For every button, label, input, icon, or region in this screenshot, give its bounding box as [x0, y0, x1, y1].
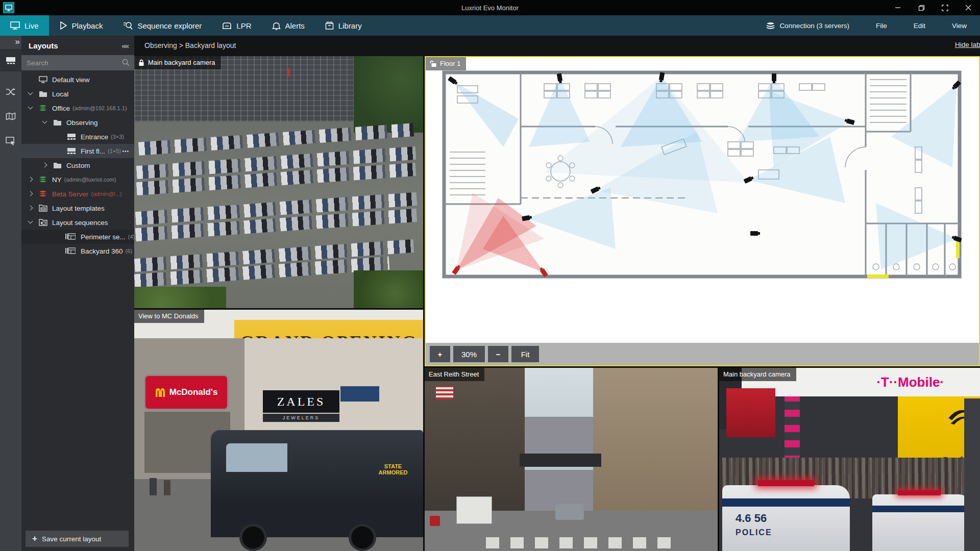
truck-windshield	[226, 443, 287, 472]
chevron-right-icon[interactable]	[28, 191, 33, 196]
expand-rail-icon[interactable]: »	[15, 37, 19, 47]
camera-tile-main-backyard-1[interactable]: Main backyard camera	[134, 56, 423, 308]
row-more-menu[interactable]: •••	[122, 148, 129, 154]
pedestrian	[164, 480, 170, 495]
edit-menu-label: Edit	[914, 22, 925, 30]
tree-item-default-view[interactable]: Default view	[21, 72, 134, 87]
police-car-1: 4.6 56 POLICE	[722, 485, 850, 551]
chevron-down-icon[interactable]	[28, 90, 33, 95]
zoom-in-button[interactable]: +	[430, 346, 450, 362]
minimize-button[interactable]	[886, 0, 910, 15]
tree-item-office-server[interactable]: Office (admin@192.168.1.1)	[21, 101, 134, 115]
rail-devices-button[interactable]	[0, 130, 21, 152]
chevron-down-icon[interactable]	[28, 105, 33, 110]
edit-menu[interactable]: Edit	[900, 15, 939, 36]
tree-item-local[interactable]: Local	[21, 87, 134, 101]
rail-layouts-button[interactable]	[0, 49, 21, 71]
zoom-out-button[interactable]: −	[488, 346, 508, 362]
tree-item-custom[interactable]: Custom	[21, 158, 134, 172]
mc-blue-sign	[340, 386, 379, 402]
tab-playback-label: Playback	[72, 21, 103, 30]
tree-item-layout-sequences[interactable]: Layout sequences	[21, 215, 134, 230]
luxriot-evo-monitor-window: Luxriot Evo Monitor Live Playback Sequen…	[0, 0, 980, 551]
layout-templates-icon	[39, 205, 47, 213]
shuffle-icon	[6, 88, 16, 96]
camera-label-chip: View to MC Donalds	[134, 310, 204, 323]
tab-sequence-explorer[interactable]: Sequence explorer	[113, 15, 212, 36]
tree-item-perimeter-sequence[interactable]: Perimeter se... (4)	[21, 230, 134, 244]
breadcrumb: Observing > Backyard layout	[144, 41, 236, 49]
tab-live[interactable]: Live	[0, 15, 49, 36]
layouts-panel: Layouts «« Search Default view Local	[21, 36, 134, 551]
tree-item-layout-templates[interactable]: Layout templates	[21, 201, 134, 215]
tree-item-beta-server[interactable]: Beta Server (admin@l...)	[21, 187, 134, 201]
folder-icon	[53, 162, 62, 170]
file-menu[interactable]: File	[863, 15, 900, 36]
tab-lpr[interactable]: LPR	[212, 15, 261, 36]
chevron-right-icon[interactable]	[42, 163, 47, 168]
server-stack-icon-green	[38, 104, 47, 113]
layouts-panel-title: Layouts	[29, 41, 58, 50]
hide-labels-link[interactable]: Hide labels	[955, 41, 980, 48]
zoom-level-button[interactable]: 30%	[453, 346, 485, 362]
tree-item-ny-server[interactable]: NY (admin@luxriot.com)	[21, 172, 134, 187]
restore-button[interactable]	[910, 0, 933, 15]
tree-item-first-floor[interactable]: First fl... (1+5) •••	[21, 144, 134, 158]
tree-item-observing[interactable]: Observing	[21, 115, 134, 130]
camera-tile-mcdonalds[interactable]: GRAND OPENING U N I Q U E McDonald's ZAL…	[134, 310, 423, 551]
floor-plan-tile[interactable]: Floor 1 + 30% − Fit	[425, 56, 980, 366]
left-icon-rail: »	[0, 36, 21, 551]
tab-alerts-label: Alerts	[285, 21, 305, 30]
er-truck	[456, 496, 492, 524]
tab-playback[interactable]: Playback	[49, 15, 113, 36]
floor-plan-label-chip: Floor 1	[426, 57, 466, 70]
view-menu-label: View	[952, 22, 967, 30]
police-lightbar	[898, 490, 941, 495]
layout-grid-icon	[67, 148, 76, 156]
camera-tile-main-backyard-2[interactable]: ·T··Mobile· Sprint 4.6 56 POLICE Main ba…	[719, 368, 980, 551]
view-menu[interactable]: View	[939, 15, 980, 36]
chevron-down-icon[interactable]	[28, 219, 33, 224]
truck-wheel	[349, 524, 376, 551]
tab-library[interactable]: Library	[315, 15, 372, 36]
connection-menu[interactable]: Connection (3 servers)	[752, 15, 863, 36]
chevron-down-icon[interactable]	[42, 119, 47, 124]
police-stripe	[872, 506, 969, 512]
search-placeholder: Search	[21, 59, 48, 67]
parking-trees-bottom-right	[354, 270, 423, 308]
save-current-layout-button[interactable]: + Save current layout	[26, 531, 129, 547]
er-car	[555, 504, 584, 520]
fullscreen-button[interactable]	[933, 0, 957, 15]
red-flag	[287, 68, 290, 77]
sequence-search-icon	[123, 21, 133, 30]
zales-sign: ZALES	[263, 390, 339, 413]
rail-sequences-button[interactable]	[0, 81, 21, 103]
fit-button[interactable]: Fit	[511, 346, 539, 362]
server-stack-icon-red	[38, 190, 47, 199]
rail-maps-button[interactable]	[0, 105, 21, 128]
chevron-right-icon[interactable]	[28, 206, 33, 211]
connection-menu-label: Connection (3 servers)	[779, 22, 849, 30]
search-box[interactable]: Search	[21, 55, 134, 70]
chevron-right-icon[interactable]	[28, 177, 33, 182]
tab-lpr-label: LPR	[236, 21, 251, 30]
tree-item-backyard-360[interactable]: Backyard 360 (6)	[21, 244, 134, 258]
er-crosswalk	[486, 537, 680, 548]
nav-right-menus: Connection (3 servers) File Edit View	[752, 15, 980, 36]
server-stack-icon-green	[38, 176, 47, 185]
camera-tile-east-reith-street[interactable]: East Reith Street	[425, 368, 718, 551]
ts-center-building	[801, 396, 898, 458]
floor-plan-canvas	[442, 70, 962, 290]
monitor-icon	[39, 76, 47, 85]
camera-label: Main backyard camera	[723, 370, 791, 378]
collapse-panel-icon[interactable]: ««	[121, 41, 128, 50]
tab-alerts[interactable]: Alerts	[262, 15, 315, 36]
sequence-icon	[65, 247, 76, 256]
close-button[interactable]	[957, 0, 980, 15]
sequence-icon	[65, 233, 76, 241]
folder-icon	[39, 91, 47, 99]
map-icon	[6, 112, 16, 120]
er-us-flag	[436, 386, 453, 399]
window-controls	[886, 0, 980, 15]
tree-item-entrance[interactable]: Entrance (3×3)	[21, 130, 134, 144]
